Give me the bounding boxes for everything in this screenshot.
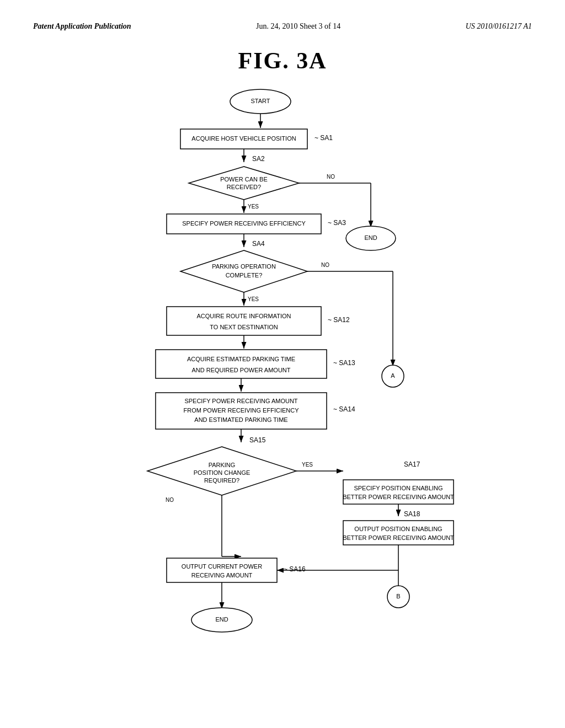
end1-label: END [364, 234, 377, 241]
flowchart: START ACQUIRE HOST VEHICLE POSITION ~ SA… [95, 85, 470, 710]
svg-rect-17 [167, 307, 321, 335]
sa13-text2: AND REQUIRED POWER AMOUNT [191, 367, 290, 373]
yes-label-sa15: YES [302, 462, 313, 468]
sa15-label: SA15 [249, 436, 266, 444]
sa2-diamond-text: POWER CAN BE [220, 176, 268, 183]
sa14-label: ~ SA14 [333, 405, 355, 413]
no-label-sa4: NO [321, 262, 329, 268]
sa3-text: SPECIFY POWER RECEIVING EFFICIENCY [182, 220, 306, 227]
sa18-text2: BETTER POWER RECEIVING AMOUNT [343, 534, 454, 541]
connector-a: A [391, 372, 395, 379]
start-label: START [250, 98, 270, 104]
sa1-label: ~ SA1 [315, 134, 333, 142]
sa18-label: SA18 [404, 510, 420, 518]
yes-label-sa2: YES [248, 204, 259, 210]
sa13-text1: ACQUIRE ESTIMATED PARKING TIME [187, 356, 295, 362]
svg-rect-19 [156, 350, 327, 378]
no-label-sa15: NO [166, 497, 174, 503]
sa2-label: SA2 [252, 155, 265, 163]
svg-rect-27 [343, 521, 454, 545]
sa4-diamond-text1: PARKING OPERATION [212, 263, 276, 270]
sa14-text2: FROM POWER RECEIVING EFFICIENCY [183, 407, 299, 414]
no-label-sa2: NO [327, 174, 335, 180]
svg-rect-25 [343, 480, 454, 504]
sa15-diamond-text1: PARKING [209, 462, 236, 468]
sa14-text1: SPECIFY POWER RECEIVING AMOUNT [184, 398, 297, 404]
sa16-text2: RECEIVING AMOUNT [191, 572, 253, 579]
sa16-text1: OUTPUT CURRENT POWER [182, 563, 262, 570]
sa12-label: ~ SA12 [328, 316, 350, 324]
header-left: Patent Application Publication [33, 22, 131, 31]
sa13-label: ~ SA13 [333, 359, 355, 367]
diagram-title: FIG. 3A [238, 47, 327, 74]
sa1-text: ACQUIRE HOST VEHICLE POSITION [191, 135, 296, 142]
sa17-text1: SPECIFY POSITION ENABLING [354, 485, 443, 491]
sa15-diamond-text3: REQUIRED? [204, 477, 239, 484]
diagram-container: FIG. 3A START ACQUIRE HOST VEHICLE POSIT… [33, 47, 532, 710]
header-center: Jun. 24, 2010 Sheet 3 of 14 [256, 22, 340, 31]
yes-label-sa4: YES [248, 296, 259, 302]
sa12-text1: ACQUIRE ROUTE INFORMATION [197, 313, 291, 319]
header-right: US 2010/0161217 A1 [466, 22, 532, 31]
sa18-text1: OUTPUT POSITION ENABLING [354, 526, 442, 532]
sa3-label: ~ SA3 [328, 219, 346, 227]
sa4-label: SA4 [252, 240, 265, 248]
sa14-text3: AND ESTIMATED PARKING TIME [194, 416, 287, 423]
sa2-diamond-text2: RECEIVED? [227, 184, 261, 190]
sa17-text2: BETTER POWER RECEIVING AMOUNT [343, 494, 454, 500]
sa12-text2: TO NEXT DESTINATION [210, 324, 278, 330]
svg-rect-32 [167, 558, 277, 582]
connector-b: B [396, 593, 400, 599]
end2-label: END [215, 616, 228, 623]
header: Patent Application Publication Jun. 24, … [33, 22, 532, 31]
sa4-diamond-text2: COMPLETE? [226, 272, 263, 279]
sa17-label: SA17 [404, 461, 420, 468]
sa16-label: ~ SA16 [284, 565, 306, 573]
sa15-diamond-text2: POSITION CHANGE [194, 469, 250, 476]
page: Patent Application Publication Jun. 24, … [0, 0, 565, 728]
